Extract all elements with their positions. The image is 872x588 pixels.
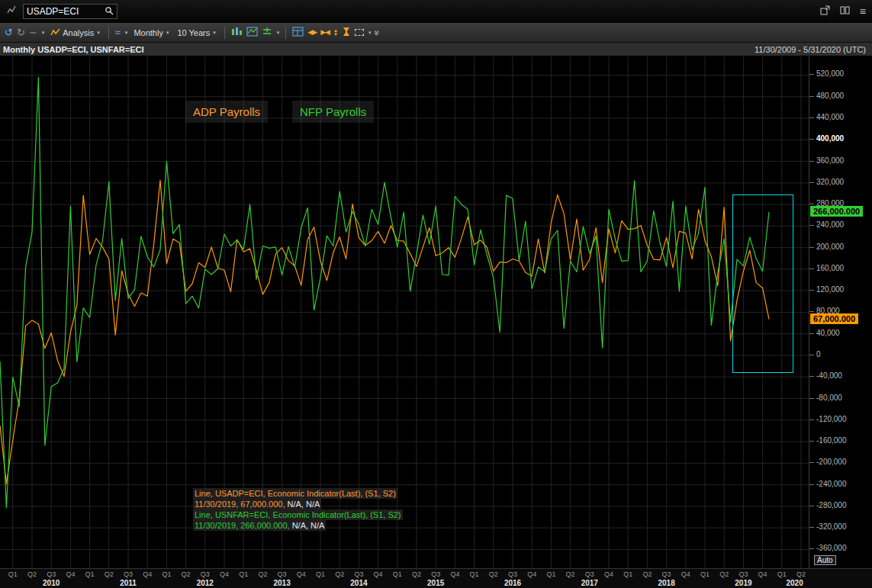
- legend-nfp-line[interactable]: Line, USNFAR=ECI, Economic Indicator(Las…: [193, 509, 403, 520]
- legend-nfp-value: 11/30/2019, 266,000.000,: [195, 521, 290, 530]
- adp-series-label[interactable]: ADP Payrolls: [185, 101, 268, 123]
- layout-columns-icon[interactable]: [840, 5, 850, 18]
- x-quarter-label: Q2: [27, 570, 37, 578]
- redo-icon[interactable]: ↻: [17, 27, 25, 37]
- y-tick-label: 440,000: [816, 113, 844, 121]
- chart-toolbar: ↺ ↻ ∼ ▾ Analysis ▾ ≈ ▾ Monthly ▾ 10 Year…: [0, 23, 872, 43]
- analysis-dropdown[interactable]: Analysis ▾: [48, 27, 101, 39]
- x-quarter-label: Q4: [527, 570, 536, 578]
- hourglass-icon[interactable]: [342, 27, 351, 38]
- x-axis[interactable]: Q1Q2Q3Q4Q1Q2Q3Q4Q1Q2Q3Q4Q1Q2Q3Q4Q1Q2Q3Q4…: [0, 568, 872, 588]
- x-quarter-label: Q3: [662, 570, 671, 578]
- search-icon[interactable]: [105, 5, 114, 18]
- y-axis-pane[interactable]: 266,000.000 67,000.000 Auto 520,000480,0…: [809, 56, 872, 568]
- converge-arrows-icon[interactable]: ▶◀: [320, 29, 330, 36]
- y-tick-label: -120,000: [816, 415, 846, 423]
- x-quarter-label: Q4: [297, 570, 306, 578]
- x-quarter-label: Q1: [316, 570, 325, 578]
- x-quarter-label: Q1: [700, 570, 710, 578]
- x-quarter-label: Q2: [335, 570, 344, 578]
- popout-icon[interactable]: [820, 5, 830, 18]
- y-tick-label: -320,000: [816, 522, 846, 531]
- panel-grid-icon[interactable]: [292, 27, 304, 38]
- x-year-label: 2014: [350, 579, 367, 587]
- x-quarter-label: Q3: [585, 570, 594, 578]
- x-quarter-label: Q2: [796, 570, 806, 578]
- chevron-down-icon[interactable]: ▾: [125, 30, 128, 36]
- step-arrows-icon[interactable]: ◀▶: [307, 29, 317, 36]
- x-quarter-label: Q1: [162, 570, 171, 578]
- wave-overlay-icon[interactable]: ≈: [115, 27, 121, 37]
- analysis-icon: [50, 27, 60, 38]
- x-quarter-label: Q1: [8, 570, 18, 578]
- nfp-series-label[interactable]: NFP Payrolls: [292, 101, 374, 123]
- x-quarter-label: Q4: [143, 570, 152, 578]
- auto-scale-button[interactable]: Auto: [814, 555, 836, 565]
- symbol-search-box[interactable]: [23, 4, 117, 19]
- x-quarter-label: Q1: [239, 570, 248, 578]
- nfp-series-line[interactable]: [0, 77, 769, 508]
- x-quarter-label: Q3: [738, 570, 748, 578]
- levels-icon[interactable]: [262, 27, 272, 38]
- x-quarter-label: Q2: [642, 570, 652, 578]
- x-year-label: 2012: [197, 579, 214, 587]
- chart-style-icon[interactable]: [231, 27, 243, 38]
- app-icon: [6, 5, 17, 18]
- y-tick-label: -240,000: [816, 480, 846, 488]
- analysis-label: Analysis: [63, 28, 94, 37]
- nfp-last-price-badge: 266,000.000: [810, 206, 863, 217]
- overlay-chart-icon[interactable]: [246, 27, 258, 38]
- x-year-label: 2010: [43, 579, 60, 587]
- y-tick-label: 320,000: [816, 178, 844, 186]
- x-quarter-label: Q1: [393, 570, 402, 578]
- triangle-down-icon: ▼: [333, 33, 338, 37]
- interval-label: Monthly: [134, 28, 163, 37]
- toolbar-divider: [224, 27, 225, 39]
- x-year-label: 2011: [120, 579, 137, 587]
- menu-icon[interactable]: ≡: [860, 5, 866, 18]
- chevron-down-icon[interactable]: ▾: [368, 30, 372, 36]
- interval-dropdown[interactable]: Monthly ▾: [131, 27, 171, 38]
- x-quarter-label: Q4: [681, 570, 690, 578]
- x-year-label: 2015: [427, 579, 444, 587]
- legend-adp-na: N/A, N/A: [285, 500, 320, 509]
- selection-box-icon[interactable]: [355, 29, 364, 36]
- x-quarter-label: Q3: [124, 570, 133, 578]
- y-tick-label: -360,000: [816, 544, 846, 552]
- x-quarter-label: Q2: [412, 570, 421, 578]
- x-year-label: 2019: [735, 579, 751, 587]
- toolbar-divider: [108, 27, 109, 39]
- toolbar-divider: [285, 27, 286, 39]
- highlight-rectangle-annotation[interactable]: [732, 194, 793, 373]
- y-tick-label: 0: [816, 350, 821, 358]
- legend-adp-line[interactable]: Line, USADP=ECI, Economic Indicator(Last…: [193, 488, 397, 499]
- y-tick-label: 400,000: [816, 134, 844, 143]
- chevron-down-icon[interactable]: ▾: [42, 30, 45, 36]
- more-tools-icon[interactable]: »: [372, 30, 383, 35]
- x-quarter-label: Q4: [450, 570, 459, 578]
- legend-nfp-na: N/A, N/A: [290, 521, 325, 530]
- chart-area[interactable]: ADP Payrolls NFP Payrolls Line, USADP=EC…: [0, 56, 872, 568]
- chevron-down-icon: ▾: [166, 30, 169, 36]
- y-tick-label: 200,000: [816, 243, 844, 251]
- expand-vertical-icon[interactable]: ▲ ▼: [333, 29, 338, 37]
- x-quarter-label: Q2: [105, 570, 114, 578]
- chevron-down-icon[interactable]: ▾: [277, 30, 280, 36]
- x-quarter-label: Q2: [489, 570, 498, 578]
- undo-icon[interactable]: ↺: [5, 27, 13, 37]
- x-quarter-label: Q2: [258, 570, 267, 578]
- window-controls: ≡: [820, 5, 866, 18]
- chart-legend: Line, USADP=ECI, Economic Indicator(Last…: [193, 488, 403, 531]
- adp-last-price-badge: 67,000.000: [810, 313, 858, 324]
- chart-title-bar: Monthly USADP=ECI, USNFAR=ECI 11/30/2009…: [0, 43, 872, 56]
- x-quarter-label: Q1: [623, 570, 632, 578]
- y-tick-label: -80,000: [816, 394, 842, 402]
- legend-adp-values[interactable]: 11/30/2019, 67,000.000, N/A, N/A: [193, 499, 321, 509]
- search-input[interactable]: [27, 6, 105, 17]
- legend-nfp-values[interactable]: 11/30/2019, 266,000.000, N/A, N/A: [193, 520, 326, 531]
- line-tool-icon[interactable]: ∼: [29, 27, 37, 37]
- range-dropdown[interactable]: 10 Years ▾: [175, 27, 217, 38]
- x-quarter-label: Q4: [66, 570, 75, 578]
- x-year-label: 2020: [786, 579, 803, 587]
- price-chart-canvas[interactable]: [0, 56, 809, 568]
